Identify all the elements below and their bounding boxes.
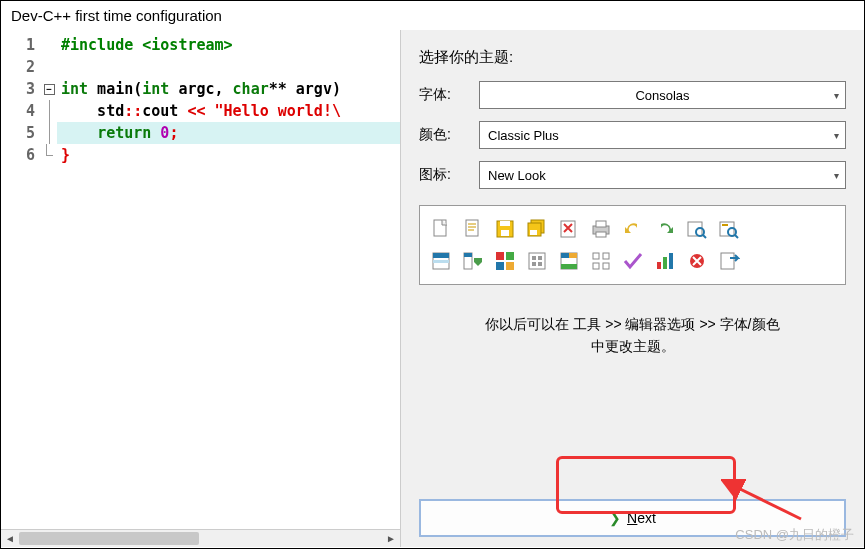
font-select-value: Consolas [635, 88, 689, 103]
svg-rect-40 [669, 253, 673, 269]
line-number: 3 [1, 78, 35, 100]
undo-icon [620, 216, 646, 242]
svg-rect-27 [538, 256, 542, 260]
svg-rect-29 [538, 262, 542, 266]
svg-rect-3 [500, 221, 510, 226]
code-line [57, 56, 400, 78]
content: 1 2 3 4 5 6 − #include <iostream> [1, 30, 864, 547]
icon-select[interactable]: New Look ▾ [479, 161, 846, 189]
code-line-highlighted: return 0; [57, 122, 400, 144]
window: Dev-C++ first time configuration 1 2 3 4… [0, 0, 865, 549]
redo-icon [652, 216, 678, 242]
window-title: Dev-C++ first time configuration [1, 1, 864, 30]
scroll-left-icon[interactable]: ◄ [1, 530, 19, 548]
svg-rect-24 [506, 262, 514, 270]
svg-rect-38 [657, 262, 661, 269]
profile-icon [652, 248, 678, 274]
code-line: int main(int argc, char** argv) [57, 78, 400, 100]
code-body: 1 2 3 4 5 6 − #include <iostream> [1, 30, 400, 529]
code-lines: #include <iostream> int main(int argc, c… [57, 30, 400, 529]
svg-rect-1 [466, 220, 478, 236]
check-icon [620, 248, 646, 274]
scrollbar-thumb[interactable] [19, 532, 199, 545]
code-line: std::cout << "Hello world!\ [57, 100, 400, 122]
svg-rect-42 [721, 253, 734, 269]
color-select[interactable]: Classic Plus ▾ [479, 121, 846, 149]
line-number: 5 [1, 122, 35, 144]
chevron-down-icon: ▾ [834, 90, 839, 101]
code-preview-pane: 1 2 3 4 5 6 − #include <iostream> [1, 30, 401, 547]
config-pane: 选择你的主题: 字体: Consolas ▾ 颜色: Classic Plus … [401, 30, 864, 547]
fold-column: − [41, 30, 57, 529]
compile-run-icon [492, 248, 518, 274]
open-file-icon [460, 216, 486, 242]
scroll-right-icon[interactable]: ► [382, 530, 400, 548]
line-number: 6 [1, 144, 35, 166]
svg-rect-4 [501, 230, 509, 236]
svg-rect-26 [532, 256, 536, 260]
svg-rect-34 [593, 253, 599, 259]
svg-rect-37 [603, 263, 609, 269]
goto-icon [716, 248, 742, 274]
close-icon [556, 216, 582, 242]
line-number: 4 [1, 100, 35, 122]
toolbar-preview [419, 205, 846, 285]
svg-rect-28 [532, 262, 536, 266]
font-row: 字体: Consolas ▾ [419, 81, 846, 109]
icon-row: 图标: New Look ▾ [419, 161, 846, 189]
svg-rect-18 [433, 260, 449, 263]
font-label: 字体: [419, 86, 479, 104]
rebuild-icon [524, 248, 550, 274]
icon-select-value: New Look [488, 168, 546, 183]
new-file-icon [428, 216, 454, 242]
svg-rect-10 [596, 221, 606, 227]
code-line: } [57, 144, 400, 166]
find-icon [684, 216, 710, 242]
save-all-icon [524, 216, 550, 242]
horizontal-scrollbar[interactable]: ◄ ► [1, 529, 400, 547]
debug-icon [556, 248, 582, 274]
svg-rect-31 [561, 253, 569, 258]
compile-icon [428, 248, 454, 274]
svg-rect-22 [506, 252, 514, 260]
grid-icon [588, 248, 614, 274]
next-arrow-icon: ❯ [609, 510, 621, 526]
replace-icon [716, 216, 742, 242]
next-button-label: Next [627, 510, 656, 526]
color-select-value: Classic Plus [488, 128, 559, 143]
svg-rect-25 [529, 253, 545, 269]
svg-rect-36 [593, 263, 599, 269]
color-row: 颜色: Classic Plus ▾ [419, 121, 846, 149]
color-label: 颜色: [419, 126, 479, 144]
save-icon [492, 216, 518, 242]
theme-heading: 选择你的主题: [419, 48, 846, 67]
svg-rect-33 [561, 264, 577, 269]
svg-rect-32 [569, 253, 577, 258]
svg-rect-11 [596, 232, 606, 237]
svg-rect-35 [603, 253, 609, 259]
font-select[interactable]: Consolas ▾ [479, 81, 846, 109]
svg-rect-17 [433, 253, 449, 258]
svg-rect-39 [663, 257, 667, 269]
watermark: CSDN @九日的橙子 [735, 526, 854, 544]
fold-toggle-icon[interactable]: − [44, 84, 55, 95]
chevron-down-icon: ▾ [834, 170, 839, 181]
chevron-down-icon: ▾ [834, 130, 839, 141]
line-number: 2 [1, 56, 35, 78]
line-number-gutter: 1 2 3 4 5 6 [1, 30, 41, 529]
svg-rect-21 [496, 252, 504, 260]
icon-label: 图标: [419, 166, 479, 184]
code-line: #include <iostream> [57, 34, 400, 56]
print-icon [588, 216, 614, 242]
line-number: 1 [1, 34, 35, 56]
hint-text: 你以后可以在 工具 >> 编辑器选项 >> 字体/颜色 中更改主题。 [419, 313, 846, 358]
svg-rect-23 [496, 262, 504, 270]
run-icon [460, 248, 486, 274]
svg-rect-20 [464, 253, 472, 257]
svg-rect-7 [530, 230, 537, 235]
delete-icon [684, 248, 710, 274]
